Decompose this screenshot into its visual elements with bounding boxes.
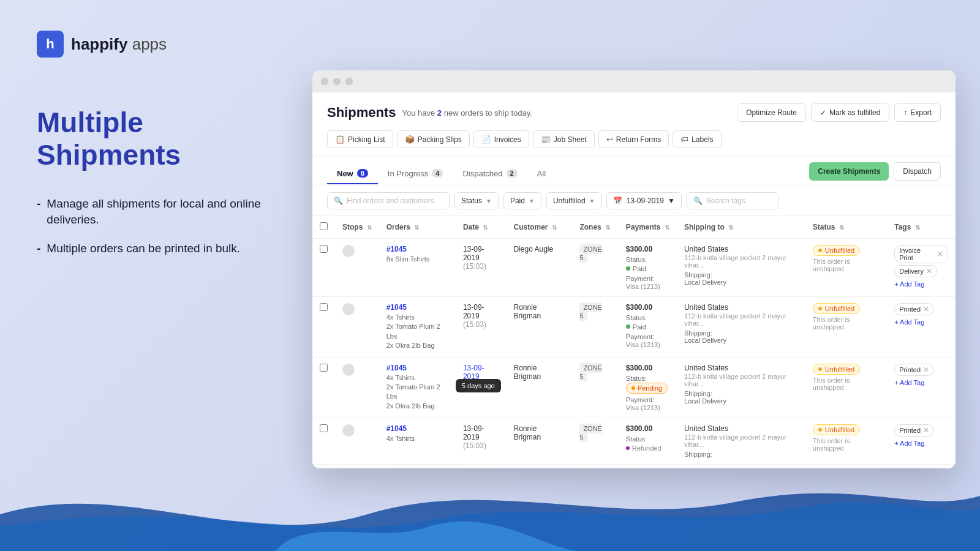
tag-close-icon[interactable]: ✕ <box>937 250 943 258</box>
row1-checkbox[interactable] <box>320 245 328 253</box>
col-orders: Orders ⇅ <box>379 216 456 239</box>
date-filter[interactable]: 📅 13-09-2019 ▼ <box>606 192 681 209</box>
tag-close-icon[interactable]: ✕ <box>923 426 929 435</box>
table-container: Stops ⇅ Orders ⇅ Date ⇅ Customer ⇅ Zones… <box>312 216 956 468</box>
row2-order-items: 4x Tshirts2x Tomato Plum 2 Lbs2x Okra 2l… <box>386 313 448 351</box>
tags-search-icon: 🔍 <box>693 197 703 205</box>
row3-order-link[interactable]: #1045 <box>386 364 407 372</box>
window-minimize-btn[interactable] <box>333 78 341 85</box>
add-tag-link-3[interactable]: + Add Tag <box>894 379 948 386</box>
tags-search-box[interactable]: 🔍 Search tags <box>687 192 778 209</box>
left-panel: h happify apps MultipleShipments Manage … <box>0 0 312 551</box>
tab-dispatched[interactable]: Dispatched 2 <box>453 164 527 184</box>
select-all-checkbox[interactable] <box>320 222 328 230</box>
dispatch-button[interactable]: Dispatch <box>894 162 941 181</box>
row1-order: #1045 8x Slim Tshirts <box>379 239 456 297</box>
header-top: Shipments You have 2 new orders to ship … <box>327 103 941 122</box>
row3-order-items: 4x Tshirts2x Tomato Plum 2 Lbs2x Okra 2l… <box>386 373 448 411</box>
bullet-item-1: Manage all shipments for local and onlin… <box>37 196 276 228</box>
return-forms-icon: ↩ <box>606 135 613 144</box>
col-customer: Customer ⇅ <box>506 216 572 239</box>
row4-zone: ZONE 5 <box>572 418 618 464</box>
filter-row: 🔍 Find orders and customers Status ▼ Pai… <box>312 186 956 216</box>
row2-shipping: United States 112-b kotla village pocket… <box>677 297 805 358</box>
row1-order-items: 8x Slim Tshirts <box>386 255 448 264</box>
mark-fulfilled-button[interactable]: ✓ Mark as fulfilled <box>811 103 889 122</box>
row3-order: #1045 4x Tshirts2x Tomato Plum 2 Lbs2x O… <box>379 357 456 418</box>
bullet-list: Manage all shipments for local and onlin… <box>37 196 276 257</box>
row4-status: Unfulfilled This order is unshipped <box>805 418 887 464</box>
logo-icon: h <box>37 31 64 58</box>
brand-name: happify apps <box>71 35 167 54</box>
add-tag-link-1[interactable]: + Add Tag <box>894 280 948 288</box>
row2-order-link[interactable]: #1045 <box>386 303 407 312</box>
row2-zone: ZONE 5 <box>572 297 618 358</box>
row3-shipping: United States 112-b kotla village pocket… <box>677 357 805 418</box>
job-sheet-icon: 📰 <box>541 135 551 144</box>
labels-button[interactable]: 🏷 Labels <box>673 130 721 148</box>
create-shipments-button[interactable]: Create Shipments <box>809 162 889 181</box>
table-row: #1045 8x Slim Tshirts 13-09-2019 (15:03)… <box>312 239 956 297</box>
tab-dispatched-badge: 2 <box>507 169 518 178</box>
row4-shipping: United States 112-b kotla village pocket… <box>677 418 805 464</box>
export-button[interactable]: ↑ Export <box>894 103 941 122</box>
row3-payments: $300.00 Status: Pending Payment: Visa (1… <box>619 357 677 418</box>
tag-printed-4: Printed ✕ <box>894 424 934 437</box>
row4-order-link[interactable]: #1045 <box>386 424 407 433</box>
date-arrow-icon: ▼ <box>668 197 675 205</box>
row1-stop <box>335 239 379 297</box>
optimize-route-button[interactable]: Optimize Route <box>737 103 806 122</box>
col-date: Date ⇅ <box>456 216 507 239</box>
add-tag-link-4[interactable]: + Add Tag <box>894 440 948 447</box>
invoices-button[interactable]: 📄 Invoices <box>473 130 529 148</box>
col-payments: Payments ⇅ <box>619 216 677 239</box>
row4-order: #1045 4x Tshirts <box>379 418 456 464</box>
row2-tags: Printed ✕ + Add Tag <box>887 297 956 358</box>
row4-stop <box>335 418 379 464</box>
paid-filter[interactable]: Paid ▼ <box>503 192 541 209</box>
window-maximize-btn[interactable] <box>345 78 353 85</box>
tags-placeholder: Search tags <box>706 197 745 205</box>
row2-checkbox[interactable] <box>320 303 328 311</box>
row4-tags: Printed ✕ + Add Tag <box>887 418 956 464</box>
orders-table: Stops ⇅ Orders ⇅ Date ⇅ Customer ⇅ Zones… <box>312 216 956 465</box>
row1-order-link[interactable]: #1045 <box>386 245 407 253</box>
tab-in-progress[interactable]: In Progress 4 <box>378 164 453 184</box>
calendar-icon: 📅 <box>613 197 622 205</box>
search-placeholder: Find orders and customers <box>347 197 434 205</box>
row4-checkbox[interactable] <box>320 424 328 432</box>
tabs-right: Create Shipments Dispatch <box>809 162 941 186</box>
picking-list-icon: 📋 <box>335 135 345 144</box>
window-close-btn[interactable] <box>321 78 328 85</box>
tab-new[interactable]: New 8 <box>327 164 378 184</box>
add-tag-link-2[interactable]: + Add Tag <box>894 318 948 326</box>
job-sheet-button[interactable]: 📰 Job Sheet <box>533 130 595 148</box>
tabs-row: New 8 In Progress 4 Dispatched 2 All Cre… <box>312 156 956 186</box>
row3-checkbox[interactable] <box>320 364 328 372</box>
row1-select <box>312 239 335 297</box>
tag-close-icon[interactable]: ✕ <box>926 267 932 276</box>
order-search-box[interactable]: 🔍 Find orders and customers <box>327 192 450 209</box>
mark-icon: ✓ <box>820 108 826 117</box>
tab-all[interactable]: All <box>527 164 556 184</box>
row2-select <box>312 297 335 358</box>
packing-slips-button[interactable]: 📦 Packing Slips <box>397 130 470 148</box>
row1-tags: Invoice Print ✕ Delivery ✕ + Add Tag <box>887 239 956 297</box>
picking-list-button[interactable]: 📋 Picking List <box>327 130 393 148</box>
table-header-row: Stops ⇅ Orders ⇅ Date ⇅ Customer ⇅ Zones… <box>312 216 956 239</box>
labels-icon: 🏷 <box>680 135 688 144</box>
status-filter[interactable]: Status ▼ <box>454 192 499 209</box>
tag-close-icon[interactable]: ✕ <box>923 365 929 374</box>
return-forms-button[interactable]: ↩ Return Forms <box>598 130 669 148</box>
unfulfilled-filter[interactable]: Unfulfilled ▼ <box>546 192 602 209</box>
row3-select <box>312 357 335 418</box>
tag-close-icon[interactable]: ✕ <box>923 305 929 313</box>
invoices-icon: 📄 <box>481 135 491 144</box>
hero-title: MultipleShipments <box>37 107 276 171</box>
row2-date: 13-09-2019 (15:03) <box>456 297 507 358</box>
row1-customer: Diego Augle <box>506 239 572 297</box>
app-title: Shipments <box>327 105 396 121</box>
row3-status: Unfulfilled This order is unshipped <box>805 357 887 418</box>
tab-in-progress-badge: 4 <box>432 169 443 178</box>
row4-select <box>312 418 335 464</box>
